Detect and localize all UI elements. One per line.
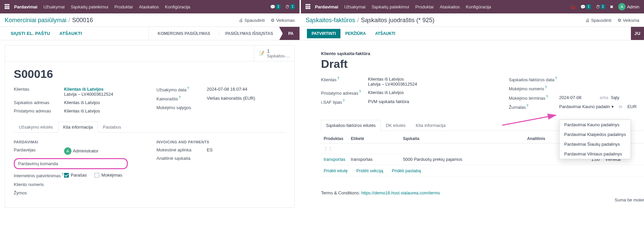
field-value: PVM sąskaita faktūra (368, 99, 409, 104)
stat-label: Sąskaitos-… (267, 54, 290, 58)
tab-notes[interactable]: Pastabos (98, 122, 126, 132)
breadcrumb-link[interactable]: Komerciniai pasiūlymai (5, 17, 66, 24)
field-label: Internetinis patvirtinimas? (14, 173, 64, 178)
cell-product[interactable]: transportas (321, 154, 348, 165)
breadcrumb-bar: Sąskaitos-faktūros / Sąskaitos juodrašti… (301, 13, 644, 27)
chat-icon[interactable]: 💬1 (580, 4, 591, 9)
invoices-stat[interactable]: 📝 1 Sąskaitos-… (254, 45, 294, 61)
status-step[interactable]: PASIŪLYMAS IŠSIŲSTAS (216, 27, 279, 40)
nav-item[interactable]: Produktai (415, 4, 434, 9)
help-icon[interactable]: ? (343, 99, 345, 103)
nav-item[interactable]: Produktai (114, 4, 133, 9)
dropdown-option[interactable]: Pardavimai Klaipėdos padalinys (559, 130, 631, 139)
journal-select[interactable]: Pardavimai Kauno padalin▾ in EUR (559, 104, 637, 109)
salesperson-value[interactable]: AAdministrator (64, 147, 99, 155)
terms-link[interactable]: https://demo16.host.vialaurea.com/terms (361, 190, 440, 195)
field-label: Kainoraštis? (157, 96, 207, 101)
nav-item[interactable]: Ataskaitos (440, 4, 460, 9)
status-stage[interactable]: JU (631, 27, 644, 40)
chevron-down-icon: ▾ (611, 104, 614, 109)
nav-item[interactable]: Užsakymai (43, 4, 65, 9)
untaxed-label: Suma be moke (321, 197, 644, 202)
tab-journal-items[interactable]: DK eilutės (381, 120, 411, 131)
breadcrumb-link[interactable]: Sąskaitos-faktūros (306, 17, 355, 24)
breadcrumb-current: Sąskaitos juodraštis (* 925) (361, 17, 434, 24)
tab-order-lines[interactable]: Užsakymo eilutės (14, 122, 58, 132)
due-date-value[interactable]: 2024-07-08 arba Sąly (559, 95, 619, 100)
payment-checkbox[interactable]: Mokėjimas (95, 173, 122, 178)
help-icon[interactable]: ? (61, 173, 63, 176)
tab-invoice-lines[interactable]: Sąskaitos-faktūros eilutės (321, 120, 381, 131)
field-label: Sąskaitos-faktūros data? (509, 77, 559, 82)
apps-icon[interactable] (5, 4, 10, 9)
tab-other-info[interactable]: Kita informacija (411, 120, 450, 131)
topnav-left: Pardavimai Užsakymai Sąskaitų pateikimui… (0, 0, 300, 13)
breadcrumb-bar: Komerciniai pasiūlymai / S00016 🖨 Spausd… (0, 13, 300, 27)
brand[interactable]: Pardavimai (14, 4, 37, 9)
activity-icon[interactable]: ⏱1 (285, 4, 295, 9)
nav-item[interactable]: Užsakymai (344, 4, 366, 9)
add-note-link[interactable]: Pridėti pastabą (392, 168, 421, 173)
help-icon[interactable]: ? (179, 96, 181, 99)
help-icon[interactable]: ? (359, 90, 361, 94)
col-head[interactable]: Sąskaita (400, 134, 524, 143)
field-label: Mokestinė aplinka (157, 147, 207, 152)
tools-icon[interactable]: ✖ (610, 4, 613, 9)
tab-other-info[interactable]: Kita informacija (58, 122, 98, 133)
stat-count: 1 (267, 48, 290, 54)
dropdown-option[interactable]: Pardavimai Vilniaus padalinys (559, 149, 631, 159)
help-icon[interactable]: ? (187, 87, 189, 90)
add-line-link[interactable]: Pridėti eilutę (324, 168, 348, 173)
help-icon[interactable]: ? (527, 104, 529, 108)
nav-item[interactable]: Ataskaitos (139, 4, 159, 9)
field-label: Klientas (14, 87, 64, 92)
chat-icon[interactable]: 💬1 (270, 4, 281, 9)
confirm-button[interactable]: PATVIRTINTI (307, 29, 340, 38)
send-email-button[interactable]: SIŲSTI EL. PAŠTU (6, 29, 55, 38)
form-sheet-right: Kliento sąskaita-faktūra Draft Klientas?… (301, 45, 644, 202)
record-title: Draft (321, 57, 644, 70)
topnav-right: Pardavimai Užsakymai Sąskaitų pateikimui… (301, 0, 644, 13)
actions-button[interactable]: ⚙ Veiksma (618, 18, 639, 23)
nav-item[interactable]: Konfigūracija (165, 4, 190, 9)
nav-item[interactable]: Sąskaitų pateikimui (71, 4, 108, 9)
activity-badge: 1 (601, 4, 605, 9)
bug-icon[interactable]: 🐞 (570, 4, 576, 9)
nav-item[interactable]: Konfigūracija (466, 4, 491, 9)
avatar-icon: A (618, 3, 626, 10)
actions-button[interactable]: ⚙ Veiksmas (271, 18, 295, 23)
field-value: 2024-07-08 16:07:44 (207, 87, 248, 92)
cancel-button[interactable]: ATŠAUKTI (55, 29, 87, 38)
terms-row: Terms & Conditions: https://demo16.host.… (321, 190, 644, 195)
partner-link[interactable]: Klientas iš Latvijos (64, 87, 113, 92)
drag-handle-icon[interactable]: ⋮⋮ (324, 146, 332, 151)
field-label: Pristatymo adresas (14, 108, 64, 113)
field-label: Kliento numeris (14, 182, 64, 187)
cancel-button[interactable]: ATŠAUKTI (371, 29, 400, 38)
field-label: Sąskaitos adresas (14, 100, 64, 105)
status-step[interactable]: KOMERCINIS PASIŪLYMAS (149, 27, 216, 40)
user-menu[interactable]: AAdmin (618, 3, 639, 10)
col-head[interactable]: Produktas (321, 134, 348, 143)
field-label: Mokėjimo numeris? (509, 86, 559, 91)
signature-checkbox[interactable]: Parašas (64, 173, 87, 178)
nav-item[interactable]: Sąskaitų pateikimui (372, 4, 409, 9)
print-button[interactable]: 🖨 Spausdinti (585, 18, 611, 23)
print-button[interactable]: 🖨 Spausdinti (239, 18, 265, 23)
col-head[interactable]: Etiketė (348, 134, 400, 143)
help-icon[interactable]: ? (337, 77, 339, 80)
cell-label[interactable]: transportas (348, 154, 400, 165)
preview-button[interactable]: PERŽIŪRA (340, 29, 370, 38)
help-icon[interactable]: ? (545, 86, 547, 89)
apps-icon[interactable] (306, 4, 311, 9)
add-section-link[interactable]: Pridėti sekciją (356, 168, 383, 173)
activity-icon[interactable]: ⏱1 (596, 4, 605, 9)
cell-account[interactable]: 5000 Parduotų prekių pajamos (400, 154, 524, 165)
brand[interactable]: Pardavimai (315, 4, 338, 9)
partner-vat: Latvija – LV40003612524 (368, 82, 417, 87)
dropdown-option[interactable]: Pardavimai Šiaulių padalinys (559, 139, 631, 149)
field-label: i.SAF tipas? (321, 99, 368, 105)
help-icon[interactable]: ? (555, 77, 557, 80)
help-icon[interactable]: ? (546, 95, 548, 99)
dropdown-option[interactable]: Pardavimai Kauno padalinys (559, 120, 631, 130)
